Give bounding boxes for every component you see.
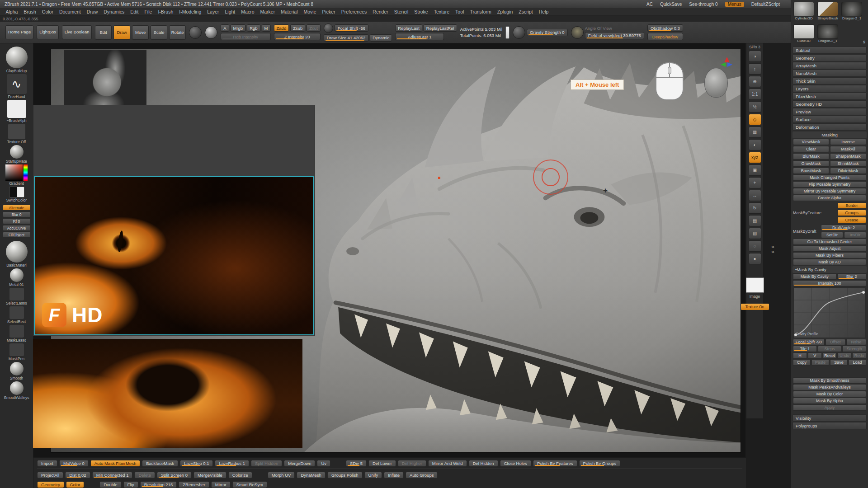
deepshadow-button[interactable]: DeepShadow xyxy=(647,33,683,40)
bottom-control[interactable]: Groups Polish xyxy=(327,472,363,479)
menu-item[interactable]: I-Modeling xyxy=(176,9,204,14)
rf-value[interactable]: Rf 0 xyxy=(3,218,31,224)
hv-button[interactable]: V xyxy=(808,352,822,359)
mrgb-toggle[interactable]: Mrgb xyxy=(231,24,246,32)
local-sym-icon[interactable]: ◐ xyxy=(749,139,761,150)
bottom-control[interactable]: Mirror And Weld xyxy=(428,460,467,467)
mask-peaks-valleys-button[interactable]: Mask PeaksAndValleys xyxy=(793,384,866,390)
polyframe-icon[interactable]: ▤ xyxy=(749,215,761,226)
move-icon[interactable]: + xyxy=(749,177,761,188)
metal-material[interactable]: Metal 01 xyxy=(0,268,33,287)
draw-button[interactable]: Draw xyxy=(113,25,130,40)
tool-section-button[interactable]: Geometry HD xyxy=(793,100,867,108)
focal-shift-slider[interactable]: Focal Shift -56 xyxy=(335,24,368,32)
offset-button[interactable]: Offset xyxy=(826,339,845,345)
mask-button[interactable]: GrowMask xyxy=(793,160,829,167)
steps-button[interactable]: Steps xyxy=(818,346,842,352)
menu-item[interactable]: Document xyxy=(56,9,84,14)
mask-by-cavity-header[interactable]: Mask By Cavity xyxy=(793,266,867,273)
menu-item[interactable]: Edit xyxy=(127,9,142,14)
menu-item[interactable]: I-Brush xyxy=(155,9,176,14)
accucurve-button[interactable]: AccuCurve xyxy=(0,225,33,231)
draw-size-slider[interactable]: Draw Size 41.42062 xyxy=(324,34,369,42)
hv-button[interactable]: Undo xyxy=(837,352,851,359)
mask-by-color-button[interactable]: Mask By Color xyxy=(793,391,866,397)
bottom-control[interactable]: Unify xyxy=(364,472,382,479)
tool-thumb-cube3d[interactable]: Cube3D xyxy=(793,24,815,46)
ghost-icon[interactable]: ◌ xyxy=(749,240,761,252)
rf-slider[interactable]: Rf 0 xyxy=(0,218,33,224)
points-histogram-slider[interactable] xyxy=(505,26,509,39)
bottom-control[interactable]: Close Holes xyxy=(500,460,531,467)
defaultzscript-button[interactable]: DefaultZScript xyxy=(751,2,780,7)
bottom-control[interactable]: Polish By Groups xyxy=(579,460,620,467)
masking-header[interactable]: Masking xyxy=(793,131,867,138)
bottom-control[interactable]: LazyRadius 1 xyxy=(215,460,249,467)
mask-by-smoothness-button[interactable]: Mask By Smoothness xyxy=(793,377,866,384)
feature-button[interactable]: Groups xyxy=(837,210,866,216)
bottom-control[interactable]: Resolution 216 xyxy=(140,481,177,488)
bottom-control[interactable]: Del Higher xyxy=(398,460,426,467)
mask-by-alpha-button[interactable]: Mask By Alpha xyxy=(793,398,866,404)
replay-last-rel-button[interactable]: ReplayLastRel xyxy=(424,24,457,32)
brush-claybuildup[interactable]: ClayBuildup xyxy=(0,47,33,73)
bottom-control[interactable]: Color xyxy=(66,481,85,488)
tile-slider[interactable]: Tile 1 xyxy=(793,346,817,352)
bottom-control[interactable]: Import xyxy=(37,460,57,467)
select-lasso-brush[interactable]: SelectLasso xyxy=(0,288,33,305)
aahalf-icon[interactable]: ½ xyxy=(749,101,761,113)
alpha-toggle[interactable]: A xyxy=(221,24,229,32)
floor-icon[interactable]: ▦ xyxy=(749,127,761,138)
zcut-toggle[interactable]: Zcut xyxy=(307,24,320,32)
tool-section-button[interactable]: FiberMesh xyxy=(793,93,867,100)
menu-item[interactable]: Alpha xyxy=(3,9,21,14)
menu-item[interactable]: Stencil xyxy=(391,9,411,14)
replay-last-button[interactable]: ReplayLast xyxy=(395,24,422,32)
bottom-control[interactable]: Auto Mask FiberMesh xyxy=(90,460,140,467)
menu-item[interactable]: Dynamics xyxy=(101,9,127,14)
tool-section-button[interactable]: Preview xyxy=(793,108,867,115)
bottom-control[interactable]: BackfaceMask xyxy=(142,460,178,467)
bottom-control[interactable]: Del Lower xyxy=(368,460,396,467)
gravity-strength-slider[interactable]: Gravity Strength 0 xyxy=(527,29,568,36)
tool-section-button[interactable]: Deformation xyxy=(793,123,867,131)
rotate-button[interactable]: Rotate xyxy=(169,25,186,40)
hv-button[interactable]: Reset xyxy=(823,352,837,359)
transp-icon[interactable]: ▧ xyxy=(749,228,761,239)
tool-thumb-cylinder3d[interactable]: Cylinder3D xyxy=(793,2,815,23)
home-page-button[interactable]: Home Page xyxy=(5,25,33,39)
bottom-control[interactable]: MidValue 0 xyxy=(59,460,89,467)
tool-thumb-simplebrush[interactable]: SimpleBrush xyxy=(816,2,839,23)
reference-image-dragon-eye[interactable]: F HD xyxy=(34,176,314,335)
bottom-control[interactable]: Del Hidden xyxy=(469,460,498,467)
menu-item[interactable]: Macro xyxy=(238,9,257,14)
m-toggle[interactable]: M xyxy=(262,24,271,32)
angle-of-view-icon[interactable] xyxy=(571,26,584,39)
dynamic-toggle[interactable]: Dynamic xyxy=(370,34,392,42)
alternate-button[interactable]: Alternate xyxy=(3,205,31,211)
texture-on-button[interactable]: Texture On xyxy=(741,304,769,310)
bottom-control[interactable]: ZRemesher xyxy=(179,481,209,488)
color-picker-widget[interactable] xyxy=(5,164,28,181)
menu-item[interactable]: Layer xyxy=(204,9,222,14)
bottom-control[interactable]: Double xyxy=(99,481,121,488)
gravity-icon[interactable] xyxy=(513,26,525,39)
zoom-icon[interactable]: ⊕ xyxy=(749,76,761,87)
bottom-control[interactable]: Mirror xyxy=(211,481,231,488)
mask-button[interactable]: DiluteMask xyxy=(830,168,866,174)
menu-item[interactable]: Color xyxy=(39,9,56,14)
menu-item[interactable]: Tool xyxy=(453,9,467,14)
mirror-posable-symmetry-button[interactable]: Mirror By Posable Symmetry xyxy=(793,188,866,194)
polygroups-section[interactable]: Polygroups xyxy=(793,422,867,429)
bottom-control[interactable]: Split Screen 0 xyxy=(157,472,192,479)
clipboard-button[interactable]: Save xyxy=(830,359,848,366)
scroll-icon[interactable]: ↕ xyxy=(749,63,761,75)
mask-by-ao-button[interactable]: Mask By AO xyxy=(793,259,866,265)
live-boolean-button[interactable]: Live Boolean xyxy=(62,25,92,39)
tool-section-button[interactable]: NanoMesh xyxy=(793,70,867,77)
smooth-brush[interactable]: Smooth xyxy=(0,362,33,380)
menu-item[interactable]: Movie xyxy=(301,9,319,14)
menu-item[interactable]: Help xyxy=(536,9,552,14)
bottom-control[interactable] xyxy=(332,460,344,467)
menus-button[interactable]: Menus xyxy=(725,2,744,7)
